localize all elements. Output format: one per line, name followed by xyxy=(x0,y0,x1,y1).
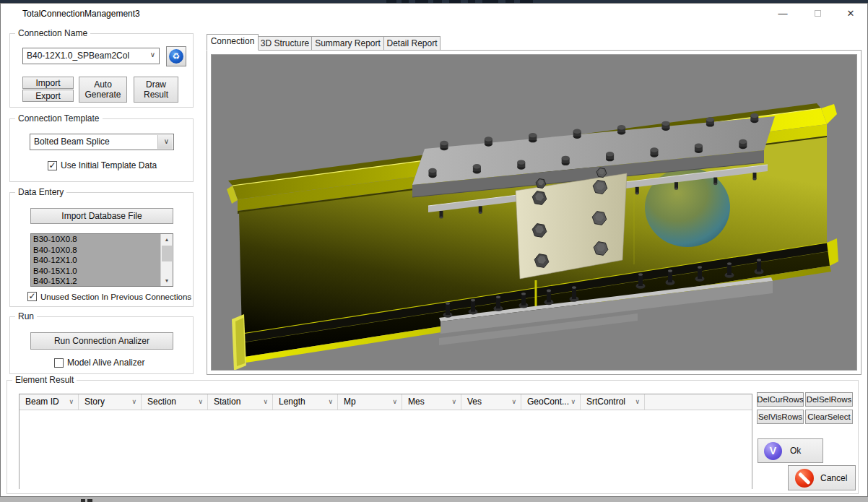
app-window: TotalConnectionManagement3 — ✕ Connectio… xyxy=(0,3,868,497)
tab-3d-structure[interactable]: 3D Structure xyxy=(259,36,312,51)
column-header-geocont[interactable]: GeoCont...∨ xyxy=(521,394,581,410)
list-item[interactable]: B40-15X1.0 xyxy=(31,266,173,277)
listbox-scrollbar[interactable]: ▲ ▼ xyxy=(160,234,173,286)
column-header-mes[interactable]: Mes∨ xyxy=(402,394,461,410)
connection-name-group: Connection Name B40-12X1.0_SPBeam2Col ∨ … xyxy=(9,33,194,108)
tab-detail-report[interactable]: Detail Report xyxy=(384,36,440,51)
column-header-ves[interactable]: Ves∨ xyxy=(461,394,521,410)
clear-select-button[interactable]: ClearSelect xyxy=(805,410,853,424)
auto-generate-button[interactable]: Auto Generate xyxy=(79,77,127,103)
template-value: Bolted Beam Splice xyxy=(34,137,110,147)
connection-template-group: Connection Template Bolted Beam Splice ∨… xyxy=(9,118,194,182)
list-item[interactable]: B30-10X0.8 xyxy=(31,234,173,245)
use-initial-template-checkbox[interactable]: ✓ Use Initial Template Data xyxy=(48,160,157,170)
connection-name-group-label: Connection Name xyxy=(15,28,90,38)
import-button[interactable]: Import xyxy=(22,77,74,89)
minimize-icon: — xyxy=(778,8,788,19)
run-connection-analizer-button[interactable]: Run Connection Analizer xyxy=(30,332,173,350)
sel-vis-rows-button[interactable]: SelVisRows xyxy=(757,410,804,424)
chevron-down-icon[interactable]: ∨ xyxy=(150,51,155,59)
chevron-down-icon[interactable]: ∨ xyxy=(69,394,74,410)
template-combobox[interactable]: Bolted Beam Splice ∨ xyxy=(30,134,174,150)
cancel-prohibition-icon xyxy=(795,469,814,488)
taskbar-strip xyxy=(0,497,868,502)
checkbox-checked-icon[interactable]: ✓ xyxy=(48,161,57,170)
element-result-table: Beam ID∨ Story∨ Section∨ Station∨ Length… xyxy=(19,394,752,489)
section-listbox[interactable]: B30-10X0.8 B40-10X0.8 B40-12X1.0 B40-15X… xyxy=(30,233,173,287)
connection-name-value: B40-12X1.0_SPBeam2Col xyxy=(27,51,129,61)
table-header-row: Beam ID∨ Story∨ Section∨ Station∨ Length… xyxy=(19,394,752,410)
ok-label: Ok xyxy=(790,446,801,456)
list-item[interactable]: B40-10X0.8 xyxy=(31,245,173,256)
tab-connection[interactable]: Connection xyxy=(207,34,259,51)
chevron-down-icon: ∨ xyxy=(164,137,169,145)
recycle-refresh-icon: ♻ xyxy=(169,49,183,64)
connection-template-group-label: Connection Template xyxy=(15,113,103,124)
chevron-down-icon[interactable]: ∨ xyxy=(131,394,136,410)
refresh-button[interactable]: ♻ xyxy=(166,46,186,66)
maximize-icon xyxy=(815,10,821,17)
list-item[interactable]: B40-15X1.2 xyxy=(31,276,173,287)
column-header-mp[interactable]: Mp∨ xyxy=(338,394,402,410)
run-group-label: Run xyxy=(15,311,37,321)
element-result-group-label: Element Result xyxy=(12,375,77,385)
chevron-down-icon[interactable]: ∨ xyxy=(198,394,203,410)
data-entry-group: Data Entery Import Database File B30-10X… xyxy=(9,192,194,307)
element-result-group: Element Result Beam ID∨ Story∨ Section∨ … xyxy=(6,380,859,494)
cancel-button[interactable]: Cancel xyxy=(788,465,856,490)
list-item[interactable]: B40-12X1.0 xyxy=(31,255,173,266)
model-alive-label: Model Alive Analizer xyxy=(67,358,144,368)
cancel-label: Cancel xyxy=(820,473,847,483)
scroll-up-icon[interactable]: ▲ xyxy=(161,234,173,245)
checkbox-unchecked[interactable] xyxy=(54,358,64,368)
ok-button[interactable]: V Ok xyxy=(758,438,823,463)
connection-name-combobox[interactable]: B40-12X1.0_SPBeam2Col ∨ xyxy=(22,48,160,64)
connection-tab-panel xyxy=(207,50,862,375)
table-body-empty[interactable] xyxy=(19,410,752,489)
unused-section-checkbox[interactable]: ✓ Unused Section In Previous Connections xyxy=(27,292,191,301)
unused-section-label: Unused Section In Previous Connections xyxy=(40,293,191,301)
template-dropdown-button[interactable]: ∨ xyxy=(157,135,173,149)
chevron-down-icon[interactable]: ∨ xyxy=(635,394,640,410)
close-button[interactable]: ✕ xyxy=(841,6,860,21)
del-cur-rows-button[interactable]: DelCurRows xyxy=(757,392,804,407)
export-button[interactable]: Export xyxy=(22,90,74,102)
maximize-button[interactable] xyxy=(808,6,827,21)
model-alive-checkbox[interactable]: Model Alive Analizer xyxy=(54,358,144,368)
use-initial-template-label: Use Initial Template Data xyxy=(61,160,157,170)
chevron-down-icon[interactable]: ∨ xyxy=(570,394,576,410)
chevron-down-icon[interactable]: ∨ xyxy=(451,394,456,410)
column-header-section[interactable]: Section∨ xyxy=(142,394,208,410)
column-header-filler xyxy=(645,394,752,410)
column-header-station[interactable]: Station∨ xyxy=(208,394,273,410)
column-header-story[interactable]: Story∨ xyxy=(79,394,142,410)
close-icon: ✕ xyxy=(847,8,855,19)
ok-check-icon: V xyxy=(764,442,782,460)
tab-summary-report[interactable]: Summary Report xyxy=(312,36,384,51)
chevron-down-icon[interactable]: ∨ xyxy=(392,394,397,410)
window-title: TotalConnectionManagement3 xyxy=(22,9,140,19)
chevron-down-icon[interactable]: ∨ xyxy=(263,394,268,410)
title-bar[interactable]: TotalConnectionManagement3 — ✕ xyxy=(1,4,867,23)
column-header-length[interactable]: Length∨ xyxy=(273,394,338,410)
draw-result-button[interactable]: Draw Result xyxy=(134,77,178,103)
connection-3d-view[interactable] xyxy=(211,54,857,371)
scroll-down-icon[interactable]: ▼ xyxy=(161,275,173,286)
chevron-down-icon[interactable]: ∨ xyxy=(328,394,333,410)
beam-splice-3d-scene xyxy=(212,55,856,370)
checkbox-checked-icon[interactable]: ✓ xyxy=(27,292,37,301)
background-window-strip xyxy=(0,0,868,3)
chevron-down-icon[interactable]: ∨ xyxy=(511,394,516,410)
del-sel-rows-button[interactable]: DelSelRows xyxy=(805,392,853,407)
import-database-file-button[interactable]: Import Database File xyxy=(30,208,173,224)
data-entry-group-label: Data Entery xyxy=(15,187,66,197)
run-group: Run Run Connection Analizer Model Alive … xyxy=(9,316,194,374)
scrollbar-thumb[interactable] xyxy=(162,246,172,261)
minimize-button[interactable]: — xyxy=(773,6,792,21)
column-header-beam-id[interactable]: Beam ID∨ xyxy=(19,394,79,410)
column-header-srtcontrol[interactable]: SrtControl∨ xyxy=(581,394,645,410)
